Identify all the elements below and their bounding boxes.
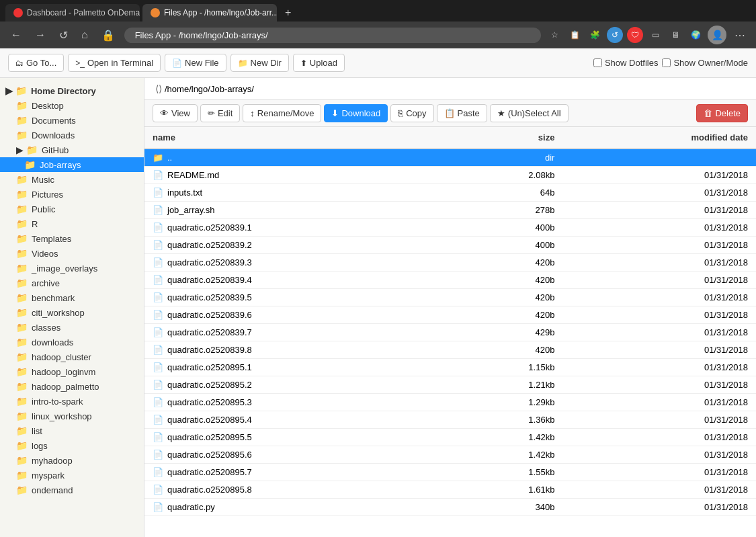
sidebar-item-image-overlays[interactable]: 📁 _image_overlays [0,261,144,276]
unselect-button[interactable]: ★ (Un)Select All [490,104,569,122]
tab-1[interactable]: Dashboard - Palmetto OnDema... ✕ [5,4,140,22]
reading-list-icon[interactable]: 📋 [566,27,583,43]
table-row[interactable]: 📄quadratic.o2520895.11.15kb01/31/2018 [144,359,756,376]
table-row[interactable]: 📄quadratic.py340b01/31/2018 [144,499,756,516]
upload-button[interactable]: ⬆ Upload [293,54,345,72]
file-icon: 📄 [153,310,163,320]
sidebar-item-hadoop-cluster[interactable]: 📁 hadoop_cluster [0,349,144,364]
sidebar-item-logs[interactable]: 📁 logs [0,438,144,453]
file-list: name size modified date 📁..dir📄README.md… [144,127,756,516]
sidebar-item-myhadoop[interactable]: 📁 myhadoop [0,453,144,468]
file-name: quadratic.o2520895.3 [167,397,252,407]
sidebar-item-downloads2[interactable]: 📁 downloads [0,335,144,349]
table-row[interactable]: 📄quadratic.o2520839.7429b01/31/2018 [144,324,756,341]
table-row[interactable]: 📁..dir [144,149,756,167]
sidebar-item-github[interactable]: ▶ 📁 GitHub [0,142,144,157]
bookmark-star-icon[interactable]: ☆ [546,27,562,43]
sidebar-item-r[interactable]: 📁 R [0,216,144,231]
download-button[interactable]: ⬇ Download [324,104,388,122]
sidebar-item-benchmark[interactable]: 📁 benchmark [0,290,144,305]
sync-icon[interactable]: ↺ [607,27,623,43]
terminal-button[interactable]: >_ Open in Terminal [68,54,161,72]
sidebar-item-home-directory[interactable]: ▶ 📁 Home Directory [0,83,144,98]
file-icon: 📄 [153,257,163,267]
sidebar-item-citi-workshop[interactable]: 📁 citi_workshop [0,305,144,320]
tab-manager-icon[interactable]: ▭ [647,27,663,43]
sidebar-item-classes[interactable]: 📁 classes [0,320,144,335]
sidebar-item-videos[interactable]: 📁 Videos [0,246,144,261]
file-date: 01/31/2018 [562,184,756,202]
view-button[interactable]: 👁 View [153,104,198,122]
sidebar-item-documents[interactable]: 📁 Documents [0,113,144,128]
user-avatar[interactable]: 👤 [708,26,726,44]
paste-button[interactable]: 📋 Paste [437,104,487,122]
table-row[interactable]: 📄job_array.sh278b01/31/2018 [144,202,756,219]
table-row[interactable]: 📄quadratic.o2520895.41.36kb01/31/2018 [144,411,756,429]
table-row[interactable]: 📄quadratic.o2520839.8420b01/31/2018 [144,341,756,359]
delete-button[interactable]: 🗑 Delete [696,104,748,122]
tab-bar: Dashboard - Palmetto OnDema... ✕ Files A… [0,0,756,22]
file-name-cell: 📄quadratic.o2520895.8 [144,481,450,499]
sidebar-item-hadoop-palmetto[interactable]: 📁 hadoop_palmetto [0,379,144,394]
table-row[interactable]: 📄quadratic.o2520895.31.29kb01/31/2018 [144,394,756,411]
edit-button[interactable]: ✏ Edit [200,104,240,122]
sidebar-item-list[interactable]: 📁 list [0,423,144,438]
extensions-icon[interactable]: 🧩 [587,27,603,43]
forward-button[interactable]: → [31,28,50,42]
table-row[interactable]: 📄quadratic.o2520895.71.55kb01/31/2018 [144,464,756,481]
sidebar-item-templates[interactable]: 📁 Templates [0,231,144,246]
browser-chrome: Dashboard - Palmetto OnDema... ✕ Files A… [0,0,756,48]
show-dotfiles-checkbox[interactable] [593,58,602,67]
sidebar-item-job-arrays[interactable]: 📁 Job-arrays [0,157,144,172]
file-name-cell: 📄README.md [144,167,450,184]
rename-button[interactable]: ↕ Rename/Move [243,104,321,122]
sidebar-myspark-label: myspark [32,470,65,481]
sidebar-item-myspark[interactable]: 📁 myspark [0,468,144,483]
table-row[interactable]: 📄inputs.txt64b01/31/2018 [144,184,756,202]
back-button[interactable]: ← [7,28,26,42]
sidebar-item-downloads[interactable]: 📁 Downloads [0,128,144,142]
table-row[interactable]: 📄quadratic.o2520839.4420b01/31/2018 [144,272,756,289]
table-row[interactable]: 📄quadratic.o2520895.21.21kb01/31/2018 [144,376,756,394]
address-bar[interactable] [124,28,541,43]
upload-icon: ⬆ [300,58,307,68]
new-dir-button[interactable]: 📁 New Dir [230,54,289,72]
table-row[interactable]: 📄quadratic.o2520895.61.42kb01/31/2018 [144,446,756,464]
table-row[interactable]: 📄README.md2.08kb01/31/2018 [144,167,756,184]
terminal-icon: >_ [75,58,85,68]
globe-icon[interactable]: 🌍 [687,27,704,43]
tab-2[interactable]: Files App - /home/lngo/Job-arr... ✕ [142,4,277,22]
sidebar-item-intro-to-spark[interactable]: 📁 intro-to-spark [0,394,144,409]
menu-button[interactable]: ⋯ [730,28,749,43]
table-row[interactable]: 📄quadratic.o2520839.2400b01/31/2018 [144,237,756,254]
copy-button[interactable]: ⎘ Copy [390,104,433,122]
screen-icon[interactable]: 🖥 [667,27,683,43]
new-file-button[interactable]: 📄 New File [165,54,226,72]
goto-button[interactable]: 🗂 Go To... [8,54,64,72]
sidebar: ▶ 📁 Home Directory 📁 Desktop 📁 Documents… [0,78,144,537]
new-tab-button[interactable]: + [280,4,296,22]
sidebar-item-archive[interactable]: 📁 archive [0,276,144,290]
sidebar-item-public[interactable]: 📁 Public [0,202,144,216]
sidebar-item-linux-workshop[interactable]: 📁 linux_workshop [0,409,144,423]
show-owner-checkbox[interactable] [662,58,671,67]
table-row[interactable]: 📄quadratic.o2520839.6420b01/31/2018 [144,306,756,324]
reload-button[interactable]: ↺ [55,28,72,43]
show-dotfiles-label[interactable]: Show Dotfiles [593,58,658,68]
home-button[interactable]: ⌂ [77,28,92,42]
lock-button[interactable]: 🔒 [97,28,119,43]
sidebar-item-desktop[interactable]: 📁 Desktop [0,98,144,113]
file-name-cell: 📄job_array.sh [144,202,450,219]
sidebar-item-music[interactable]: 📁 Music [0,172,144,187]
vpn-icon[interactable]: 🛡 [627,27,643,43]
sidebar-item-ondemand[interactable]: 📁 ondemand [0,483,144,497]
sidebar-item-pictures[interactable]: 📁 Pictures [0,187,144,202]
sidebar-image-overlays-label: _image_overlays [32,263,97,274]
sidebar-item-hadoop-loginvm[interactable]: 📁 hadoop_loginvm [0,364,144,379]
table-row[interactable]: 📄quadratic.o2520895.81.61kb01/31/2018 [144,481,756,499]
table-row[interactable]: 📄quadratic.o2520895.51.42kb01/31/2018 [144,429,756,446]
table-row[interactable]: 📄quadratic.o2520839.5420b01/31/2018 [144,289,756,306]
table-row[interactable]: 📄quadratic.o2520839.1400b01/31/2018 [144,219,756,237]
show-owner-label[interactable]: Show Owner/Mode [662,58,748,68]
table-row[interactable]: 📄quadratic.o2520839.3420b01/31/2018 [144,254,756,272]
